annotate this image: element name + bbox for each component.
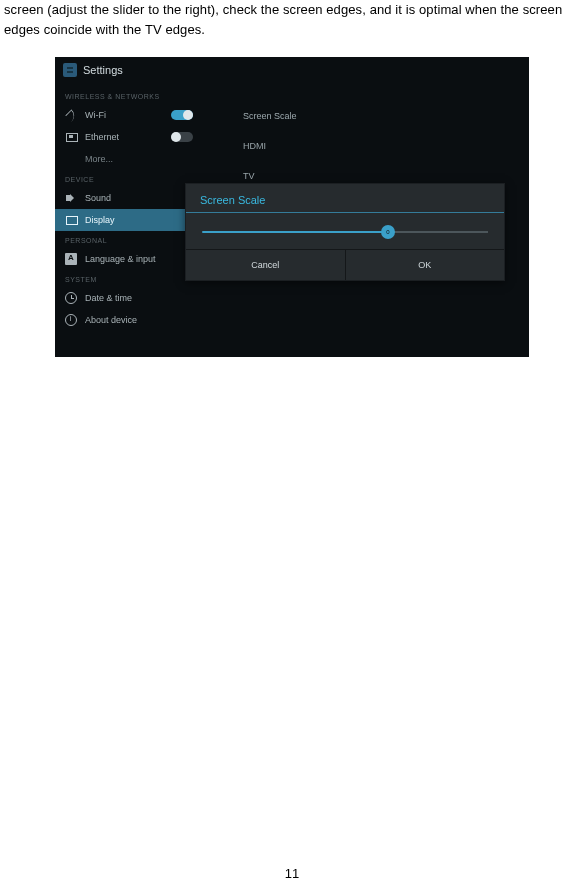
dialog-title: Screen Scale: [186, 184, 504, 212]
sidebar-item-language[interactable]: Language & input: [55, 248, 203, 270]
slider-track-remaining: [388, 231, 488, 233]
ethernet-toggle[interactable]: [171, 132, 193, 142]
datetime-label: Date & time: [85, 293, 132, 303]
more-label: More...: [85, 154, 113, 164]
about-label: About device: [85, 315, 137, 325]
titlebar: Settings: [55, 57, 529, 83]
content-item-screen-scale[interactable]: Screen Scale: [243, 101, 515, 131]
slider-track[interactable]: 0: [202, 231, 488, 233]
wifi-icon: [65, 109, 77, 121]
sidebar-item-datetime[interactable]: Date & time: [55, 287, 203, 309]
sound-icon: [65, 192, 77, 204]
display-label: Display: [85, 215, 115, 225]
sidebar-item-sound[interactable]: Sound: [55, 187, 203, 209]
language-label: Language & input: [85, 254, 156, 264]
sidebar-item-ethernet[interactable]: Ethernet: [55, 126, 203, 148]
section-header-personal: PERSONAL: [55, 231, 203, 248]
slider-thumb[interactable]: 0: [381, 225, 395, 239]
slider-value: 0: [386, 229, 389, 235]
wifi-toggle[interactable]: [171, 110, 193, 120]
sidebar-item-wifi[interactable]: Wi-Fi: [55, 104, 203, 126]
sound-label: Sound: [85, 193, 111, 203]
sidebar-item-about[interactable]: About device: [55, 309, 203, 331]
content-item-hdmi[interactable]: HDMI: [243, 131, 515, 161]
clock-icon: [65, 292, 77, 304]
embedded-screenshot: Settings WIRELESS & NETWORKS Wi-Fi Ether…: [55, 57, 529, 357]
ethernet-label: Ethernet: [85, 132, 119, 142]
screen-scale-dialog: Screen Scale 0 Cancel OK: [185, 183, 505, 281]
sidebar-item-display[interactable]: Display: [55, 209, 203, 231]
blank-icon: [65, 153, 77, 165]
language-icon: [65, 253, 77, 265]
section-header-wireless: WIRELESS & NETWORKS: [55, 87, 203, 104]
sidebar-item-more[interactable]: More...: [55, 148, 203, 170]
slider-container: 0: [186, 219, 504, 249]
display-icon: [65, 214, 77, 226]
page-number: 11: [0, 866, 584, 881]
ok-button[interactable]: OK: [345, 250, 505, 280]
dialog-divider: [186, 212, 504, 213]
instruction-paragraph: screen (adjust the slider to the right),…: [0, 0, 584, 39]
section-header-system: SYSTEM: [55, 270, 203, 287]
dialog-button-row: Cancel OK: [186, 249, 504, 280]
settings-sidebar: WIRELESS & NETWORKS Wi-Fi Ethernet More.…: [55, 83, 203, 357]
titlebar-label: Settings: [83, 64, 123, 76]
ethernet-icon: [65, 131, 77, 143]
wifi-label: Wi-Fi: [85, 110, 106, 120]
section-header-device: DEVICE: [55, 170, 203, 187]
settings-icon: [63, 63, 77, 77]
info-icon: [65, 314, 77, 326]
cancel-button[interactable]: Cancel: [186, 250, 345, 280]
